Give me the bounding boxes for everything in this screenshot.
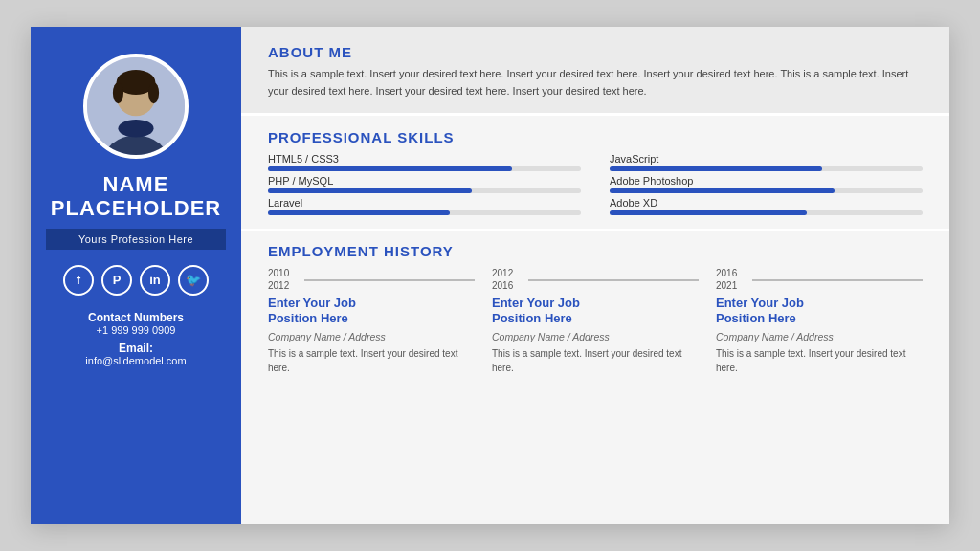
emp-job-title: Enter Your JobPosition Here — [268, 296, 475, 327]
emp-timeline-line — [528, 279, 699, 281]
contact-label: Contact Numbers — [88, 311, 184, 324]
year-start: 2010 — [268, 267, 299, 279]
email-label: Email: — [85, 342, 186, 355]
employment-grid: 2010 2012 Enter Your JobPosition Here Co… — [268, 267, 923, 375]
sidebar-name: NAME PLACEHOLDER — [51, 172, 221, 221]
about-title: ABOUT ME — [268, 44, 923, 60]
emp-year-range: 2012 2016 — [492, 267, 523, 292]
year-end: 2016 — [492, 279, 523, 292]
contact-info: Contact Numbers +1 999 999 0909 — [88, 311, 184, 336]
emp-description: This is a sample text. Insert your desir… — [492, 346, 699, 375]
skill-bar-fill — [268, 188, 472, 193]
emp-years: 2010 2012 — [268, 267, 475, 292]
skill-bar-bg — [268, 188, 581, 193]
emp-years: 2012 2016 — [492, 267, 699, 292]
skill-bar-fill — [610, 188, 835, 193]
skills-section: PROFESSIONAL SKILLS HTML5 / CSS3 PHP / M… — [241, 116, 949, 231]
name-line1: NAME — [103, 172, 169, 196]
linkedin-icon[interactable]: in — [140, 265, 170, 296]
emp-year-range: 2010 2012 — [268, 267, 299, 292]
avatar-image — [87, 57, 185, 155]
emp-company: Company Name / Address — [716, 331, 923, 342]
skill-label: JavaScript — [610, 153, 923, 165]
sidebar: NAME PLACEHOLDER Yours Profession Here f… — [31, 27, 241, 524]
avatar — [83, 54, 189, 159]
pinterest-icon[interactable]: P — [101, 265, 132, 296]
skill-bar-fill — [268, 166, 512, 171]
skill-item: JavaScript — [610, 153, 923, 171]
main-content: ABOUT ME This is a sample text. Insert y… — [241, 27, 949, 524]
skill-label: HTML5 / CSS3 — [268, 153, 581, 165]
email-info: Email: info@slidemodel.com — [85, 342, 186, 366]
skills-title: PROFESSIONAL SKILLS — [268, 129, 923, 145]
emp-job-title: Enter Your JobPosition Here — [492, 296, 699, 327]
emp-company: Company Name / Address — [492, 331, 699, 342]
resume-wrapper: NAME PLACEHOLDER Yours Profession Here f… — [31, 27, 949, 524]
emp-description: This is a sample text. Insert your desir… — [716, 346, 923, 375]
emp-timeline-line — [304, 279, 475, 281]
emp-timeline-line — [752, 279, 923, 281]
employment-section: EMPLOYMENT HISTORY 2010 2012 Enter Your … — [241, 231, 949, 524]
svg-point-5 — [148, 82, 159, 103]
skill-item: Laravel — [268, 197, 581, 215]
about-text: This is a sample text. Insert your desir… — [268, 66, 923, 99]
skill-label: Laravel — [268, 197, 581, 209]
skill-bar-bg — [610, 210, 923, 215]
contact-phone: +1 999 999 0909 — [88, 324, 184, 336]
skill-bar-bg — [610, 188, 923, 193]
name-line2: PLACEHOLDER — [51, 196, 221, 220]
skill-item: HTML5 / CSS3 — [268, 153, 581, 171]
svg-point-4 — [113, 82, 123, 103]
emp-description: This is a sample text. Insert your desir… — [268, 346, 475, 375]
skill-item: PHP / MySQL — [268, 175, 581, 193]
skill-label: Adobe Photoshop — [610, 175, 923, 187]
skill-label: Adobe XD — [610, 197, 923, 209]
skill-bar-bg — [610, 166, 923, 171]
about-section: ABOUT ME This is a sample text. Insert y… — [241, 27, 949, 116]
svg-point-6 — [118, 120, 153, 138]
year-start: 2016 — [716, 267, 746, 279]
year-end: 2021 — [716, 279, 746, 292]
employment-title: EMPLOYMENT HISTORY — [268, 243, 923, 259]
employment-column: 2010 2012 Enter Your JobPosition Here Co… — [268, 267, 475, 375]
skill-bar-bg — [268, 166, 581, 171]
sidebar-profession: Yours Profession Here — [46, 229, 226, 250]
emp-company: Company Name / Address — [268, 331, 475, 342]
skill-bar-fill — [268, 210, 450, 215]
facebook-icon[interactable]: f — [63, 265, 94, 296]
year-end: 2012 — [268, 279, 299, 292]
year-start: 2012 — [492, 267, 523, 279]
emp-year-range: 2016 2021 — [716, 267, 746, 292]
skill-item: Adobe XD — [610, 197, 923, 215]
employment-column: 2016 2021 Enter Your JobPosition Here Co… — [716, 267, 923, 375]
skill-bar-bg — [268, 210, 581, 215]
skill-bar-fill — [610, 166, 822, 171]
twitter-icon[interactable]: 🐦 — [178, 265, 209, 296]
email-value: info@slidemodel.com — [85, 355, 186, 366]
skill-bar-fill — [610, 210, 807, 215]
skill-item: Adobe Photoshop — [610, 175, 923, 193]
skill-label: PHP / MySQL — [268, 175, 581, 187]
emp-years: 2016 2021 — [716, 267, 923, 292]
social-icons: f P in 🐦 — [63, 265, 209, 296]
emp-job-title: Enter Your JobPosition Here — [716, 296, 923, 327]
skills-grid: HTML5 / CSS3 PHP / MySQL Laravel JavaScr… — [268, 153, 923, 219]
employment-column: 2012 2016 Enter Your JobPosition Here Co… — [492, 267, 699, 375]
